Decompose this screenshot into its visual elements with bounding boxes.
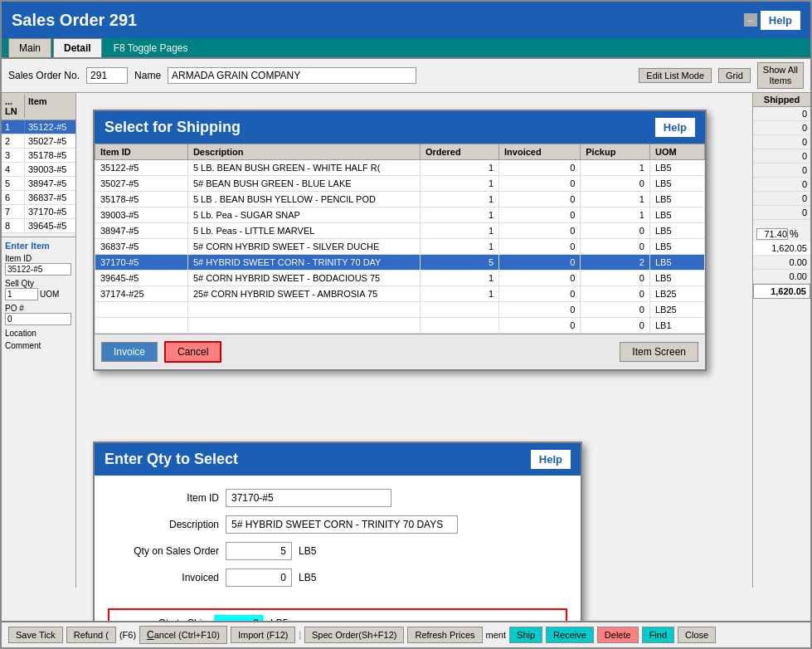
uom-cell: LB5 <box>649 223 704 239</box>
qty-so-input[interactable] <box>226 542 292 560</box>
uom-col-header: UOM <box>649 144 704 160</box>
invoiced-uom: LB5 <box>299 572 316 583</box>
qty-ship-label: Qty to Ship <box>116 617 207 621</box>
bottom-toolbar: Save Tick Refund ( (F6) Cancel (Ctrl+F10… <box>2 621 810 647</box>
ordered-cell: 1 <box>420 160 498 176</box>
invoiced-cell: 0 <box>499 192 581 207</box>
item-screen-button[interactable]: Item Screen <box>620 342 698 362</box>
ordered-cell: 1 <box>420 192 498 207</box>
pickup-cell: 0 <box>581 271 650 286</box>
pickup-cell: 0 <box>581 286 650 302</box>
qty-to-ship-input[interactable] <box>214 615 264 621</box>
table-row[interactable]: 38947-#5 5 Lb. Peas - LITTLE MARVEL 1 0 … <box>95 223 705 239</box>
item-id-field-label: Item ID <box>111 492 219 504</box>
pickup-cell: 2 <box>581 255 650 271</box>
sales-order-number-input[interactable] <box>86 67 128 84</box>
invoiced-cell: 0 <box>499 207 581 223</box>
uom-cell: LB25 <box>649 286 704 302</box>
table-row[interactable]: 35178-#5 5 LB . BEAN BUSH YELLOW - PENCI… <box>95 192 705 207</box>
uom-cell: LB5 <box>649 160 704 176</box>
table-row[interactable]: 39645-#5 5# CORN HYBRID SWEET - BODACIOU… <box>95 271 705 286</box>
table-row[interactable]: 0 0 LB25 <box>95 302 705 318</box>
table-row[interactable]: 37170-#5 5# HYBRID SWEET CORN - TRINITY … <box>95 255 705 271</box>
save-tick-button[interactable]: Save Tick <box>8 627 63 643</box>
item-id-cell: 35178-#5 <box>95 192 188 207</box>
show-all-items-button[interactable]: Show All Items <box>757 62 804 89</box>
ordered-cell: 5 <box>420 255 498 271</box>
item-id-cell: 37174-#25 <box>95 286 188 302</box>
qty-so-uom: LB5 <box>299 545 316 557</box>
ship-button[interactable]: Ship <box>509 627 542 643</box>
pickup-cell: 0 <box>581 223 650 239</box>
sales-order-label: Sales Order No. <box>8 70 80 81</box>
invoiced-field-label: Invoiced <box>111 572 219 583</box>
item-id-cell: 37170-#5 <box>95 255 188 271</box>
table-row[interactable]: 35027-#5 5# BEAN BUSH GREEN - BLUE LAKE … <box>95 176 705 192</box>
company-name-input[interactable] <box>168 67 416 84</box>
qty-form: Item ID Description Qty on Sales Order L… <box>95 476 581 608</box>
title-help-button[interactable]: Help <box>761 11 800 30</box>
qty-modal: Enter Qty to Select Help Item ID Descrip… <box>93 442 582 621</box>
f6-label: (F6) <box>119 630 136 640</box>
cancel-ctrl-f10-button[interactable]: Cancel (Ctrl+F10) <box>139 626 227 644</box>
import-f12-button[interactable]: Import (F12) <box>231 627 296 643</box>
table-row[interactable]: 35122-#5 5 LB. BEAN BUSH GREEN - WHITE H… <box>95 160 705 176</box>
invoiced-row: Invoiced LB5 <box>111 568 564 587</box>
ordered-cell: 1 <box>420 207 498 223</box>
receive-button[interactable]: Receive <box>546 627 594 643</box>
find-button[interactable]: Find <box>642 627 674 643</box>
item-id-cell: 39003-#5 <box>95 207 188 223</box>
table-row[interactable]: 36837-#5 5# CORN HYBRID SWEET - SILVER D… <box>95 239 705 255</box>
qty-modal-help-button[interactable]: Help <box>531 450 571 469</box>
edit-list-mode-button[interactable]: Edit List Mode <box>639 68 712 83</box>
grid-button[interactable]: Grid <box>718 68 751 83</box>
table-row[interactable]: 37174-#25 25# CORN HYBRID SWEET - AMBROS… <box>95 286 705 302</box>
qty-so-row: Qty on Sales Order LB5 <box>111 542 564 560</box>
desc-cell: 5# BEAN BUSH GREEN - BLUE LAKE <box>187 176 420 192</box>
desc-cell: 5 LB. BEAN BUSH GREEN - WHITE HALF R( <box>187 160 420 176</box>
item-id-cell: 36837-#5 <box>95 239 188 255</box>
desc-cell: 5 LB . BEAN BUSH YELLOW - PENCIL POD <box>187 192 420 207</box>
pickup-cell: 1 <box>581 160 650 176</box>
refresh-prices-button[interactable]: Refresh Prices <box>407 627 482 643</box>
tab-main[interactable]: Main <box>8 38 51 57</box>
item-id-cell: 38947-#5 <box>95 223 188 239</box>
uom-cell: LB5 <box>649 207 704 223</box>
separator: | <box>299 631 301 640</box>
window-title: Sales Order 291 <box>12 11 137 30</box>
desc-cell: 5 Lb. Peas - LITTLE MARVEL <box>187 223 420 239</box>
shipping-modal: Select for Shipping Help Item ID Descrip… <box>93 110 707 371</box>
table-row[interactable]: 39003-#5 5 Lb. Pea - SUGAR SNAP 1 0 1 LB… <box>95 207 705 223</box>
shipping-modal-title-bar: Select for Shipping Help <box>95 111 705 144</box>
tab-detail[interactable]: Detail <box>53 38 102 57</box>
table-row[interactable]: 0 0 LB1 <box>95 318 705 334</box>
qty-item-id-input[interactable] <box>226 489 391 507</box>
close-button[interactable]: Close <box>678 627 716 643</box>
description-input[interactable] <box>226 515 458 534</box>
uom-cell: LB5 <box>649 255 704 271</box>
qty-to-ship-row: Qty to Ship LB5 <box>108 608 567 621</box>
invoiced-cell: 0 <box>499 160 581 176</box>
shipping-cancel-button[interactable]: Cancel <box>164 341 221 363</box>
spec-order-button[interactable]: Spec Order(Sh+F12) <box>304 627 404 643</box>
invoice-button[interactable]: Invoice <box>101 342 158 362</box>
shipping-modal-help-button[interactable]: Help <box>655 118 695 137</box>
desc-cell: 5# CORN HYBRID SWEET - SILVER DUCHE <box>187 239 420 255</box>
tab-f8-toggle[interactable]: F8 Toggle Pages <box>104 39 198 57</box>
shipping-table-container: Item ID Description Ordered Invoiced Pic… <box>95 144 705 334</box>
invoiced-input[interactable] <box>226 568 292 587</box>
shipping-modal-title: Select for Shipping <box>105 119 241 136</box>
refund-button[interactable]: Refund ( <box>66 627 116 643</box>
pickup-cell: 0 <box>581 318 650 334</box>
description-row: Description <box>111 515 564 534</box>
modal-overlay: Select for Shipping Help Item ID Descrip… <box>2 93 810 621</box>
title-controls: – Help <box>744 11 800 30</box>
desc-cell: 5# CORN HYBRID SWEET - BODACIOUS 75 <box>187 271 420 286</box>
minimize-button[interactable]: – <box>744 13 757 27</box>
invoiced-cell: 0 <box>499 271 581 286</box>
ordered-cell <box>420 318 498 334</box>
ordered-cell: 1 <box>420 176 498 192</box>
delete-button[interactable]: Delete <box>597 627 639 643</box>
uom-cell: LB25 <box>649 302 704 318</box>
main-window: Sales Order 291 – Help Main Detail F8 To… <box>0 0 812 649</box>
